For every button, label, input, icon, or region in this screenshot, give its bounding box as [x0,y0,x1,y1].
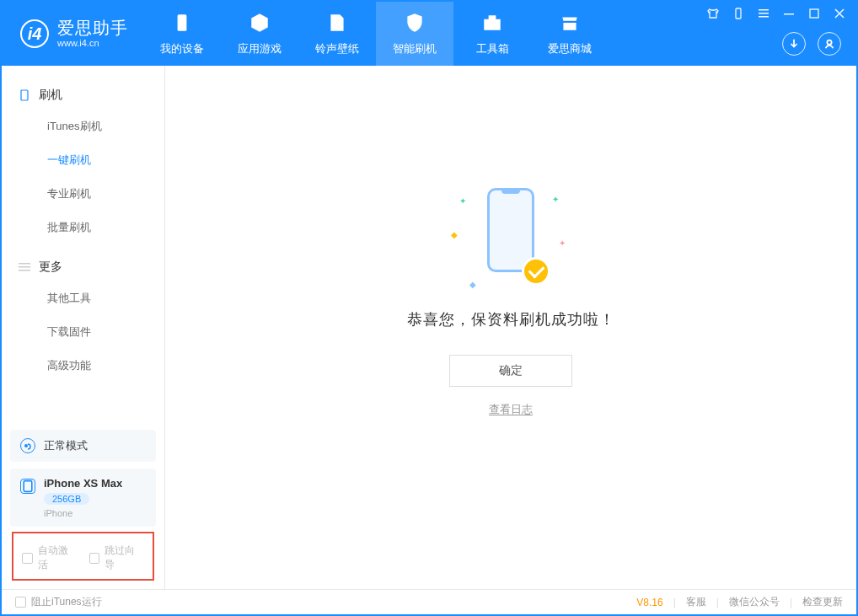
svg-rect-1 [736,8,741,19]
success-illustration: ✦ ◆ ✦ ✦ ◆ [448,188,574,289]
svg-rect-6 [810,9,818,18]
version-label: V8.16 [636,597,662,608]
separator: | [790,597,792,608]
logo-icon: i4 [20,19,49,48]
nav-tab-store[interactable]: 爱思商城 [531,2,609,66]
checkbox-skip-guide[interactable]: 跳过向导 [89,544,145,572]
mobile-icon[interactable] [732,7,745,20]
status-card[interactable]: 正常模式 [10,430,156,462]
device-icon [19,89,30,101]
device-small-icon [20,479,35,494]
footer-right: V8.16 | 客服 | 微信公众号 | 检查更新 [636,595,843,609]
sparkle-icon: ✦ [559,238,566,248]
nav-label: 工具箱 [476,41,509,56]
svg-rect-0 [178,14,187,31]
separator: | [673,597,676,608]
sidebar-item-pro[interactable]: 专业刷机 [2,177,164,211]
svg-rect-13 [24,481,32,492]
logo-section: i4 爱思助手 www.i4.cn [2,2,143,66]
nav-tab-toolbox[interactable]: 工具箱 [453,2,531,66]
sparkle-icon: ◆ [451,230,458,239]
sparkle-icon: ✦ [459,196,466,206]
phone-icon [171,12,193,36]
footer-bar: 阻止iTunes运行 V8.16 | 客服 | 微信公众号 | 检查更新 [2,589,856,614]
menu-icon[interactable] [757,7,770,20]
support-link[interactable]: 客服 [686,595,706,609]
svg-point-12 [24,444,28,447]
toolbox-icon [481,12,503,36]
sidebar: 刷机 iTunes刷机 一键刷机 专业刷机 批量刷机 更多 其他工具 下载固件 … [2,66,165,589]
svg-rect-2 [759,9,769,11]
svg-point-7 [827,40,831,45]
store-icon [559,12,581,36]
window-controls [706,7,846,20]
checkbox-auto-activate[interactable]: 自动激活 [22,544,78,572]
checkbox-label: 自动激活 [38,544,78,572]
device-name: iPhone XS Max [44,477,122,490]
app-title: 爱思助手 [57,18,128,38]
sidebar-item-itunes[interactable]: iTunes刷机 [2,110,164,143]
wechat-link[interactable]: 微信公众号 [729,595,780,609]
nav-tabs: 我的设备 应用游戏 铃声壁纸 智能刷机 工具箱 爱思商城 [143,2,609,66]
separator: | [716,597,719,608]
app-subtitle: www.i4.cn [57,38,128,49]
checkbox-label: 跳过向导 [105,544,144,572]
header-right [706,2,856,66]
svg-rect-11 [19,270,30,271]
main-content: ✦ ◆ ✦ ✦ ◆ 恭喜您，保资料刷机成功啦！ 确定 查看日志 [165,66,856,589]
success-badge-icon [522,257,550,286]
sidebar-item-batch[interactable]: 批量刷机 [2,211,164,244]
nav-label: 应用游戏 [238,41,282,56]
sidebar-item-firmware[interactable]: 下载固件 [2,315,164,349]
list-icon [19,261,30,273]
nav-label: 铃声壁纸 [315,41,359,56]
svg-rect-9 [19,263,30,265]
logo-text: 爱思助手 www.i4.cn [57,18,128,49]
nav-tab-device[interactable]: 我的设备 [143,2,221,66]
nav-tab-ringtone[interactable]: 铃声壁纸 [298,2,376,66]
sidebar-item-advanced[interactable]: 高级功能 [2,349,164,383]
svg-rect-8 [21,90,28,100]
sidebar-group-more: 更多 [2,253,164,281]
success-message: 恭喜您，保资料刷机成功啦！ [407,309,615,329]
device-card[interactable]: iPhone XS Max 256GB iPhone [10,469,156,527]
nav-label: 智能刷机 [393,41,437,56]
user-button[interactable] [818,32,841,56]
nav-tab-flash[interactable]: 智能刷机 [376,2,453,66]
cube-icon [249,12,271,36]
checkbox-block-itunes[interactable]: 阻止iTunes运行 [15,595,102,609]
group-title: 更多 [39,260,62,275]
svg-rect-4 [759,16,769,18]
checkbox-icon [89,553,100,564]
close-icon[interactable] [833,7,846,20]
shirt-icon[interactable] [706,7,720,20]
checkbox-icon [15,597,26,608]
checkbox-label: 阻止iTunes运行 [31,595,102,609]
update-link[interactable]: 检查更新 [802,595,843,609]
sidebar-item-tools[interactable]: 其他工具 [2,281,164,315]
svg-rect-5 [784,13,794,15]
options-row: 自动激活 跳过向导 [12,532,154,581]
confirm-button[interactable]: 确定 [449,355,572,387]
minimize-icon[interactable] [782,7,796,20]
group-title: 刷机 [39,88,62,103]
device-type: iPhone [44,508,122,518]
sidebar-item-oneclick[interactable]: 一键刷机 [2,143,164,177]
app-header: i4 爱思助手 www.i4.cn 我的设备 应用游戏 铃声壁纸 智能刷机 工具… [2,2,856,66]
status-label: 正常模式 [44,438,88,453]
checkbox-icon [22,553,33,564]
header-actions [782,32,841,56]
music-file-icon [326,12,348,36]
device-storage: 256GB [44,493,89,505]
maximize-icon[interactable] [807,7,821,20]
sparkle-icon: ◆ [469,280,476,289]
sidebar-group-flash: 刷机 [2,81,164,110]
svg-rect-10 [19,266,30,268]
sparkle-icon: ✦ [552,195,559,204]
app-body: 刷机 iTunes刷机 一键刷机 专业刷机 批量刷机 更多 其他工具 下载固件 … [2,66,856,589]
shield-refresh-icon [404,12,426,36]
nav-tab-apps[interactable]: 应用游戏 [221,2,298,66]
view-log-link[interactable]: 查看日志 [489,402,533,417]
download-button[interactable] [782,32,806,56]
svg-rect-3 [759,13,769,14]
